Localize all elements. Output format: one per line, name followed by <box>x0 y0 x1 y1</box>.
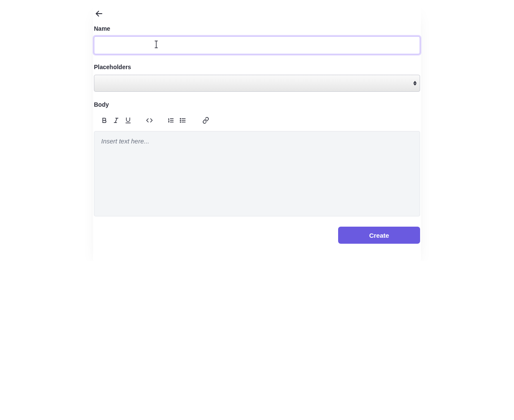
create-button[interactable]: Create <box>338 227 420 244</box>
name-field-group: Name <box>94 25 420 54</box>
underline-button[interactable] <box>122 115 134 127</box>
body-editor-placeholder: Insert text here... <box>101 137 149 145</box>
bold-icon <box>101 117 108 125</box>
body-editor[interactable]: Insert text here... <box>94 131 420 216</box>
link-button[interactable] <box>200 115 212 127</box>
body-field-group: Body <box>94 101 420 216</box>
code-icon <box>146 117 153 125</box>
svg-point-11 <box>180 118 181 119</box>
ordered-list-icon <box>167 117 174 125</box>
italic-icon <box>113 117 120 125</box>
ordered-list-button[interactable] <box>165 115 177 127</box>
underline-icon <box>125 117 131 125</box>
body-label: Body <box>94 101 420 108</box>
code-button[interactable] <box>143 115 155 127</box>
name-label: Name <box>94 25 420 32</box>
bold-button[interactable] <box>98 115 110 127</box>
name-input[interactable] <box>94 36 420 54</box>
placeholders-label: Placeholders <box>94 64 420 70</box>
form-card: Name Placeholders <box>93 0 421 261</box>
link-icon <box>202 117 209 125</box>
italic-button[interactable] <box>110 115 122 127</box>
arrow-left-icon <box>95 9 103 19</box>
bullet-list-button[interactable] <box>177 115 189 127</box>
bullet-list-icon <box>179 117 186 125</box>
placeholders-select[interactable] <box>94 75 420 92</box>
editor-toolbar <box>94 112 420 131</box>
form-actions: Create <box>94 227 420 244</box>
back-button[interactable] <box>94 9 104 20</box>
placeholders-field-group: Placeholders <box>94 64 420 92</box>
svg-point-12 <box>180 120 181 121</box>
svg-line-3 <box>115 118 117 122</box>
svg-point-13 <box>180 122 181 122</box>
